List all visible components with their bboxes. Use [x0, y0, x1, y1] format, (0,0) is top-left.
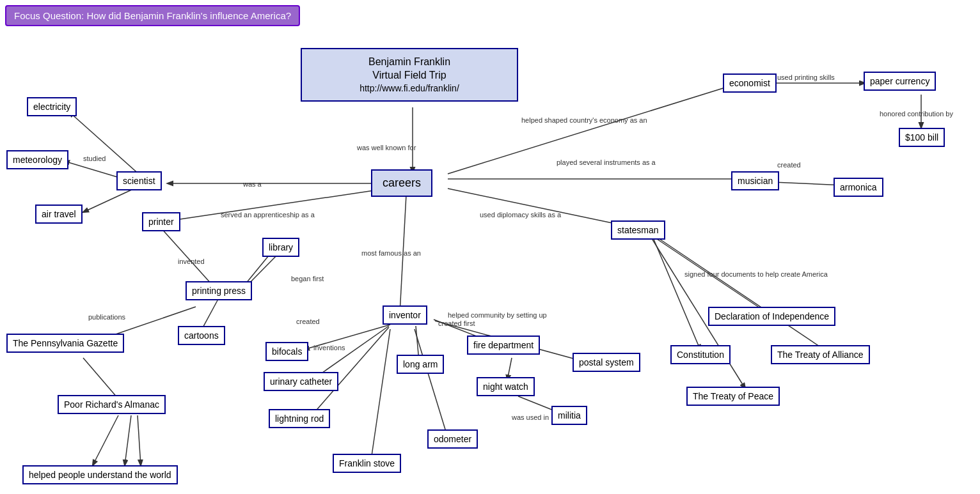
electricity-node: electricity: [27, 97, 77, 116]
helped-people-label: helped people understand the world: [29, 470, 171, 480]
odometer-node: odometer: [427, 429, 478, 449]
declaration-label: Declaration of Independence: [715, 311, 829, 321]
urinary-catheter-label: urinary catheter: [270, 376, 332, 387]
air-travel-label: air travel: [42, 209, 76, 219]
militia-label: militia: [558, 410, 581, 421]
musician-node: musician: [731, 171, 779, 190]
printer-label: printer: [148, 217, 174, 227]
armonica-label: armonica: [840, 182, 877, 192]
svg-line-31: [658, 238, 825, 350]
main-line1: Benjamin Franklin: [315, 56, 504, 69]
label-inventions: inventions: [313, 344, 345, 351]
long-arm-label: long arm: [403, 359, 438, 369]
label-publications: publications: [88, 313, 125, 321]
cartoons-label: cartoons: [184, 330, 219, 341]
label-used-diplomacy: used diplomacy skills as a: [480, 211, 561, 219]
poor-richards-almanac-label: Poor Richard's Almanac: [64, 399, 159, 410]
label-helped-community: helped community by setting up: [448, 311, 547, 319]
treaty-peace-label: The Treaty of Peace: [693, 391, 773, 401]
label-studied: studied: [83, 155, 106, 162]
economist-node: economist: [723, 73, 777, 93]
label-created-first: created first: [438, 320, 475, 327]
treaty-peace-node: The Treaty of Peace: [686, 387, 780, 406]
postal-system-node: postal system: [573, 353, 640, 372]
library-node: library: [262, 238, 299, 257]
economist-label: economist: [729, 78, 770, 88]
long-arm-node: long arm: [397, 355, 444, 374]
treaty-alliance-node: The Treaty of Alliance: [771, 345, 870, 364]
meteorology-label: meteorology: [13, 155, 62, 165]
label-created-armonica: created: [777, 161, 801, 169]
careers-node: careers: [371, 169, 432, 197]
armonica-node: armonica: [834, 178, 883, 197]
careers-label: careers: [383, 176, 421, 189]
postal-system-label: postal system: [579, 357, 634, 367]
svg-line-24: [415, 329, 448, 438]
printing-press-node: printing press: [186, 281, 252, 300]
label-used-printing-skills: used printing skills: [777, 73, 835, 81]
odometer-label: odometer: [434, 434, 471, 444]
svg-line-10: [83, 189, 134, 212]
fire-department-label: fire department: [473, 340, 533, 350]
printing-press-label: printing press: [192, 286, 246, 296]
label-served-apprenticeship: served an apprenticeship as a: [221, 211, 315, 219]
main-line3: http://www.fi.edu/franklin/: [315, 82, 504, 94]
label-signed-four-documents: signed four documents to help create Ame…: [684, 270, 828, 278]
bifocals-node: bifocals: [265, 342, 308, 361]
urinary-catheter-node: urinary catheter: [264, 372, 338, 391]
focus-question: Focus Question: How did Benjamin Frankli…: [5, 5, 300, 26]
poor-richards-almanac-node: Poor Richard's Almanac: [58, 395, 166, 414]
constitution-node: Constitution: [670, 345, 731, 364]
electricity-label: electricity: [33, 102, 70, 112]
night-watch-node: night watch: [477, 377, 535, 396]
svg-line-16: [93, 415, 118, 465]
label-created: created: [296, 318, 320, 325]
label-invented: invented: [178, 258, 205, 265]
svg-line-30: [652, 236, 700, 350]
svg-line-18: [138, 415, 141, 465]
label-played-instruments: played several instruments as a: [557, 158, 656, 166]
night-watch-label: night watch: [483, 382, 528, 392]
scientist-node: scientist: [116, 171, 162, 190]
pennsylvania-gazette-node: The Pennsylvania Gazette: [6, 334, 124, 353]
inventor-node: inventor: [383, 305, 427, 325]
cartoons-node: cartoons: [178, 326, 225, 345]
label-honored-contribution: honored contribution by: [880, 110, 953, 118]
statesman-label: statesman: [617, 225, 659, 235]
declaration-node: Declaration of Independence: [708, 307, 835, 326]
lightning-rod-node: lightning rod: [269, 409, 330, 428]
meteorology-node: meteorology: [6, 150, 68, 169]
svg-line-22: [371, 329, 390, 460]
scientist-label: scientist: [123, 176, 155, 186]
bifocals-label: bifocals: [272, 346, 302, 357]
hundred-bill-node: $100 bill: [899, 128, 945, 147]
paper-currency-label: paper currency: [870, 76, 929, 86]
fire-department-node: fire department: [467, 336, 540, 355]
musician-label: musician: [738, 176, 773, 186]
label-was-well-known-for: was well known for: [357, 144, 416, 151]
label-was-a: was a: [243, 180, 262, 188]
svg-line-8: [69, 112, 141, 176]
label-most-famous-as: most famous as an: [361, 249, 421, 257]
main-line2: Virtual Field Trip: [315, 69, 504, 82]
library-label: library: [269, 242, 293, 252]
statesman-node: statesman: [611, 220, 665, 240]
hundred-bill-label: $100 bill: [905, 132, 938, 143]
lightning-rod-label: lightning rod: [275, 413, 324, 424]
main-node: Benjamin Franklin Virtual Field Trip htt…: [301, 48, 518, 102]
label-helped-shaped-economy: helped shaped country's economy as an: [521, 116, 647, 124]
air-travel-node: air travel: [35, 205, 83, 224]
treaty-alliance-label: The Treaty of Alliance: [777, 350, 864, 360]
franklin-stove-node: Franklin stove: [333, 454, 401, 473]
svg-line-17: [125, 415, 131, 465]
printer-node: printer: [142, 212, 180, 231]
inventor-label: inventor: [389, 310, 421, 320]
pennsylvania-gazette-label: The Pennsylvania Gazette: [13, 338, 118, 348]
label-began-first: began first: [291, 275, 324, 282]
militia-node: militia: [551, 406, 587, 425]
constitution-label: Constitution: [677, 350, 724, 360]
franklin-stove-label: Franklin stove: [339, 458, 395, 468]
label-was-used-in: was used in: [512, 413, 549, 421]
helped-people-node: helped people understand the world: [22, 465, 178, 484]
paper-currency-node: paper currency: [864, 72, 936, 91]
